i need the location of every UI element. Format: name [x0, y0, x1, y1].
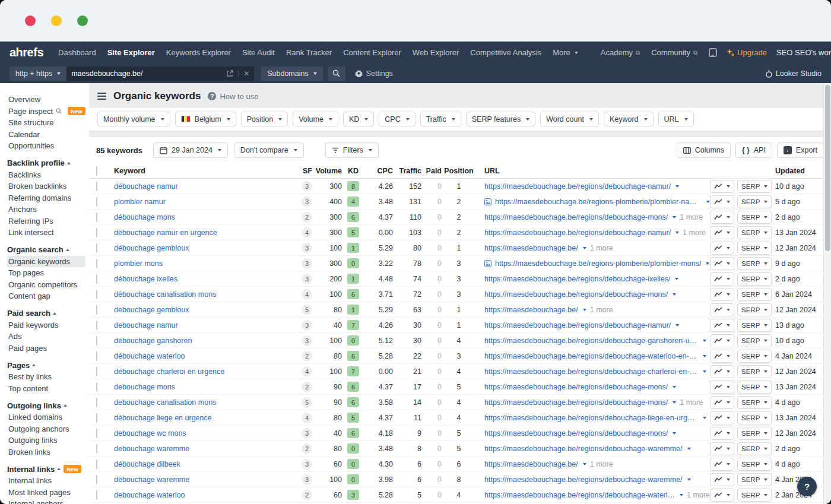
keyword-link[interactable]: plombier namur: [114, 198, 166, 206]
sidebar-item-broken-backlinks[interactable]: Broken backlinks: [7, 180, 85, 192]
row-checkbox[interactable]: [96, 243, 97, 253]
filter-word-count[interactable]: Word count: [540, 112, 599, 126]
url-dropdown-caret[interactable]: [675, 185, 679, 188]
position-history-button[interactable]: [710, 442, 734, 455]
help-fab-button[interactable]: ?: [797, 477, 817, 496]
row-checkbox[interactable]: [96, 290, 97, 299]
nav-item-web-explorer[interactable]: Web Explorer: [413, 48, 459, 57]
serp-features-count[interactable]: 2: [302, 490, 312, 500]
filter-cpc[interactable]: CPC: [379, 112, 415, 126]
serp-button[interactable]: SERP: [737, 242, 772, 255]
ahrefs-logo[interactable]: ahrefs: [9, 46, 43, 59]
sidebar-item-broken-links[interactable]: Broken links: [7, 446, 85, 458]
row-checkbox[interactable]: [96, 382, 97, 392]
sidebar-item-site-structure[interactable]: Site structure: [7, 117, 85, 129]
serp-button[interactable]: SERP: [737, 473, 772, 486]
position-history-button[interactable]: [710, 180, 734, 193]
serp-features-count[interactable]: 3: [302, 335, 312, 346]
keyword-link[interactable]: débouchage ixelles: [114, 275, 177, 283]
url-dropdown-caret[interactable]: [687, 448, 691, 450]
filter-kd[interactable]: KD: [343, 112, 374, 126]
sidebar-item-anchors[interactable]: Anchors: [7, 204, 85, 215]
row-checkbox[interactable]: [96, 367, 97, 376]
position-history-button[interactable]: [710, 242, 734, 255]
url-link[interactable]: https://maesdebouchage.be/regions-plombe…: [495, 259, 701, 268]
serp-features-count[interactable]: 2: [302, 212, 312, 223]
serp-button[interactable]: SERP: [737, 319, 772, 332]
position-history-button[interactable]: [710, 226, 734, 239]
url-dropdown-caret[interactable]: [675, 232, 679, 234]
serp-button[interactable]: SERP: [737, 350, 772, 363]
row-checkbox[interactable]: [96, 182, 97, 191]
filters-button[interactable]: Filters: [325, 142, 379, 158]
sidebar-item-top-content[interactable]: Top content: [7, 383, 85, 395]
nav-item-site-audit[interactable]: Site Audit: [242, 48, 275, 57]
url-dropdown-caret[interactable]: [675, 324, 679, 327]
sidebar-item-outgoing-anchors[interactable]: Outgoing anchors: [7, 423, 85, 435]
row-checkbox[interactable]: [96, 413, 97, 423]
keyword-link[interactable]: débouchage ganshoren: [114, 337, 192, 345]
sidebar-group-pages[interactable]: Pages: [7, 359, 89, 371]
serp-button[interactable]: SERP: [737, 442, 772, 455]
filter-position[interactable]: Position: [241, 112, 288, 126]
collapse-sidebar-icon[interactable]: [97, 93, 106, 100]
position-history-button[interactable]: [710, 427, 734, 440]
sidebar-item-paid-pages[interactable]: Paid pages: [7, 343, 85, 354]
sidebar-group-internal-links[interactable]: Internal linksNew: [7, 463, 89, 475]
row-checkbox[interactable]: [96, 259, 97, 268]
scope-select[interactable]: Subdomains: [261, 66, 323, 81]
target-domain-input[interactable]: [71, 69, 226, 78]
keyword-link[interactable]: débouchage dilbeek: [114, 460, 180, 468]
sidebar-item-page-inspect[interactable]: Page inspectNew: [7, 106, 85, 118]
more-urls-link[interactable]: 1 more: [683, 229, 706, 237]
sidebar-item-organic-keywords[interactable]: Organic keywords: [7, 256, 85, 268]
url-dropdown-caret[interactable]: [703, 355, 706, 357]
nav-item-dashboard[interactable]: Dashboard: [58, 48, 96, 57]
sidebar-item-ads[interactable]: Ads: [7, 331, 85, 343]
position-history-button[interactable]: [710, 334, 734, 347]
position-history-button[interactable]: [710, 257, 734, 270]
device-icon[interactable]: [709, 48, 717, 57]
nav-item-site-explorer[interactable]: Site Explorer: [107, 48, 155, 57]
url-dropdown-caret[interactable]: [673, 432, 676, 435]
url-dropdown-caret[interactable]: [706, 262, 709, 265]
row-checkbox[interactable]: [96, 351, 97, 361]
more-urls-link[interactable]: 1 more: [680, 398, 703, 407]
url-link[interactable]: https://maesdebouchage.be/regions/debouc…: [484, 182, 671, 191]
url-dropdown-caret[interactable]: [703, 340, 706, 342]
col-updated[interactable]: Updated: [772, 167, 824, 175]
row-checkbox[interactable]: [96, 336, 97, 345]
row-checkbox[interactable]: [96, 444, 97, 454]
sidebar-item-calendar[interactable]: Calendar: [7, 129, 85, 141]
nav-link-community[interactable]: Community⧉: [651, 48, 697, 57]
sidebar-item-linked-domains[interactable]: Linked domains: [7, 411, 85, 423]
looker-studio-button[interactable]: Looker Studio: [766, 69, 822, 78]
more-urls-link[interactable]: 1 more: [590, 244, 613, 252]
sidebar-item-organic-competitors[interactable]: Organic competitors: [7, 279, 85, 291]
position-history-button[interactable]: [710, 350, 734, 363]
nav-item-content-explorer[interactable]: Content Explorer: [343, 48, 401, 57]
url-link[interactable]: https://maesdebouchage.be/regions/debouc…: [484, 445, 683, 453]
url-link[interactable]: https://maesdebouchage.be/: [484, 244, 578, 252]
minimize-window-button[interactable]: [51, 15, 62, 26]
url-dropdown-caret[interactable]: [673, 386, 676, 388]
keyword-link[interactable]: plombier mons: [114, 259, 163, 268]
nav-link-academy[interactable]: Academy⧉: [601, 48, 640, 57]
col-url[interactable]: URL: [476, 167, 710, 175]
row-checkbox[interactable]: [96, 197, 97, 207]
col-keyword[interactable]: Keyword: [114, 167, 290, 175]
serp-button[interactable]: SERP: [737, 334, 772, 347]
row-checkbox[interactable]: [96, 398, 97, 407]
keyword-link[interactable]: débouchage waterloo: [114, 352, 185, 360]
keyword-link[interactable]: debouchage canalisation mons: [114, 398, 216, 407]
keyword-link[interactable]: débouchage gembloux: [114, 244, 189, 252]
serp-features-count[interactable]: 3: [302, 459, 312, 470]
sidebar-item-paid-keywords[interactable]: Paid keywords: [7, 319, 85, 331]
serp-button[interactable]: SERP: [737, 195, 772, 208]
serp-button[interactable]: SERP: [737, 489, 772, 502]
url-link[interactable]: https://maesdebouchage.be/regions/debouc…: [484, 429, 668, 438]
serp-features-count[interactable]: 3: [302, 320, 312, 331]
url-dropdown-caret[interactable]: [675, 278, 678, 280]
row-checkbox[interactable]: [96, 213, 97, 222]
search-button[interactable]: [328, 66, 345, 81]
